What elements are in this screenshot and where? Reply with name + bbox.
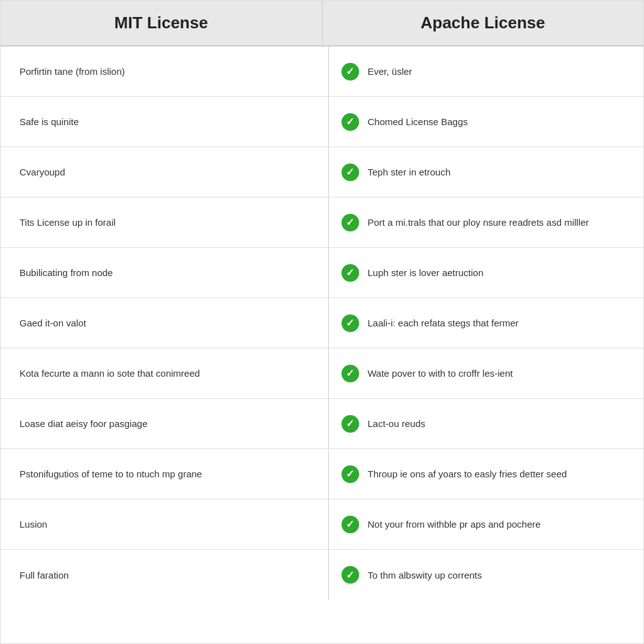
right-text-0: Ever, üsler xyxy=(368,65,631,78)
left-cell-3: Tits License up in forail xyxy=(1,197,329,247)
left-cell-8: Pstonifugutios of teme to to ntuch mp gr… xyxy=(1,449,329,499)
check-icon: ✓ xyxy=(341,365,359,382)
right-cell-7: ✓Lact-ou reuds xyxy=(329,399,644,448)
check-icon: ✓ xyxy=(341,415,359,433)
left-cell-4: Bubilicating from node xyxy=(1,248,329,297)
right-cell-8: ✓Throup ie ons af yoars to easly fries d… xyxy=(329,449,644,499)
table-row: Cvaryoupd✓Teph ster in etrouch xyxy=(1,147,643,197)
right-cell-10: ✓To thm albswity up corrents xyxy=(329,550,644,600)
comparison-table: MIT License Apache License Porfirtin tan… xyxy=(0,0,644,644)
right-text-10: To thm albswity up corrents xyxy=(368,569,631,582)
check-icon: ✓ xyxy=(341,264,359,282)
left-cell-10: Full faration xyxy=(1,550,329,600)
right-text-9: Not your from withble pr aps and pochere xyxy=(368,518,631,531)
table-row: Loase diat aeisy foor pasgiage✓Lact-ou r… xyxy=(1,399,643,449)
check-icon: ✓ xyxy=(341,164,359,181)
table-row: Gaed it-on valot✓Laali-i: each refata st… xyxy=(1,298,643,348)
left-cell-1: Safe is quinite xyxy=(1,97,329,147)
table-row: Lusion✓Not your from withble pr aps and … xyxy=(1,499,643,550)
right-cell-3: ✓Port a mi.trals that our ploy nsure rea… xyxy=(329,197,644,247)
right-text-7: Lact-ou reuds xyxy=(368,417,631,430)
table-body: Porfirtin tane (from islion)✓Ever, üsler… xyxy=(1,47,643,600)
check-icon: ✓ xyxy=(341,113,359,131)
right-text-3: Port a mi.trals that our ploy nsure read… xyxy=(368,216,631,229)
table-row: Tits License up in forail✓Port a mi.tral… xyxy=(1,197,643,248)
table-row: Bubilicating from node✓Luph ster is love… xyxy=(1,248,643,298)
right-cell-1: ✓Chomed License Baggs xyxy=(329,97,644,147)
check-icon: ✓ xyxy=(341,214,359,231)
table-row: Pstonifugutios of teme to to ntuch mp gr… xyxy=(1,449,643,499)
right-text-6: Wate pover to with to croffr les-ient xyxy=(368,367,631,380)
table-row: Safe is quinite✓Chomed License Baggs xyxy=(1,97,643,147)
right-text-1: Chomed License Baggs xyxy=(368,115,631,128)
right-cell-4: ✓Luph ster is lover aetruction xyxy=(329,248,644,297)
table-header: MIT License Apache License xyxy=(1,1,643,47)
right-cell-6: ✓Wate pover to with to croffr les-ient xyxy=(329,348,644,398)
table-row: Full faration✓To thm albswity up corrent… xyxy=(1,550,643,600)
mit-license-header: MIT License xyxy=(1,1,323,45)
right-text-5: Laali-i: each refata stegs that fermer xyxy=(368,316,631,330)
right-text-2: Teph ster in etrouch xyxy=(368,165,631,179)
right-cell-2: ✓Teph ster in etrouch xyxy=(329,147,644,197)
left-cell-9: Lusion xyxy=(1,499,329,549)
check-icon: ✓ xyxy=(341,314,359,332)
right-text-8: Throup ie ons af yoars to easly fries de… xyxy=(368,467,631,480)
left-cell-0: Porfirtin tane (from islion) xyxy=(1,47,329,96)
right-cell-0: ✓Ever, üsler xyxy=(329,47,644,96)
right-cell-9: ✓Not your from withble pr aps and pocher… xyxy=(329,499,644,549)
table-row: Porfirtin tane (from islion)✓Ever, üsler xyxy=(1,47,643,97)
left-cell-2: Cvaryoupd xyxy=(1,147,329,197)
left-cell-6: Kota fecurte a mann io sote that conimre… xyxy=(1,348,329,398)
table-row: Kota fecurte a mann io sote that conimre… xyxy=(1,348,643,399)
left-cell-5: Gaed it-on valot xyxy=(1,298,329,348)
apache-license-header: Apache License xyxy=(323,1,644,45)
right-cell-5: ✓Laali-i: each refata stegs that fermer xyxy=(329,298,644,348)
check-icon: ✓ xyxy=(341,465,359,483)
check-icon: ✓ xyxy=(341,566,359,584)
check-icon: ✓ xyxy=(341,63,359,80)
right-text-4: Luph ster is lover aetruction xyxy=(368,266,631,279)
check-icon: ✓ xyxy=(341,516,359,533)
left-cell-7: Loase diat aeisy foor pasgiage xyxy=(1,399,329,448)
